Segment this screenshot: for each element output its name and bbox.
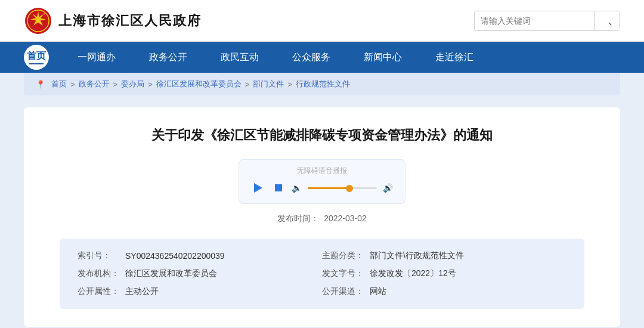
info-val-suoyinhao: SY0024362540202200039	[125, 251, 225, 261]
logo-text: 上海市徐汇区人民政府	[58, 12, 202, 30]
main-card: 关于印发《徐汇区节能减排降碳专项资金管理办法》的通知 无障碍语音播报 🔈	[24, 107, 620, 327]
audio-slider[interactable]	[308, 187, 377, 189]
nav-item-gzfw[interactable]: 公众服务	[275, 42, 347, 73]
nav-home[interactable]: 首页	[24, 45, 49, 70]
slider-thumb	[346, 185, 353, 192]
breadcrumb-committee[interactable]: 徐汇区发展和改革委员会	[156, 79, 242, 89]
info-row-fabujigou: 发布机构： 徐汇区发展和改革委员会	[78, 268, 322, 279]
nav-item-zjxh[interactable]: 走近徐汇	[419, 42, 490, 73]
info-key-fabujigou: 发布机构：	[78, 268, 125, 279]
slider-fill	[308, 187, 349, 189]
nav-home-underline	[29, 63, 44, 64]
info-val-fabujigou: 徐汇区发展和改革委员会	[125, 268, 217, 279]
location-icon: 📍	[36, 80, 45, 89]
audio-player: 无障碍语音播报 🔈 🔊	[239, 159, 405, 204]
slider-track	[308, 187, 377, 189]
info-card: 索引号： SY0024362540202200039 主题分类： 部门文件\行政…	[60, 239, 584, 309]
info-val-fawenzihao: 徐发改发〔2022〕12号	[370, 268, 456, 279]
audio-controls: 🔈 🔊	[251, 181, 393, 195]
search-input[interactable]	[475, 11, 594, 30]
play-button[interactable]	[251, 181, 265, 195]
nav-item-ywtb[interactable]: 一网通办	[61, 42, 132, 73]
breadcrumb-zwgk[interactable]: 政务公开	[79, 79, 110, 89]
volume-high-icon: 🔊	[383, 183, 393, 193]
main-nav: 首页 一网通办 政务公开 政民互动 公众服务 新闻中心 走近徐汇	[0, 42, 644, 73]
nav-item-zwgk[interactable]: 政务公开	[132, 42, 204, 73]
article-title: 关于印发《徐汇区节能减排降碳专项资金管理办法》的通知	[60, 125, 584, 145]
nav-home-label: 首页	[27, 50, 46, 63]
info-key-gongkaiqudao: 公开渠道：	[322, 286, 370, 297]
info-val-gongkaiqudao: 网站	[370, 286, 386, 297]
publish-label: 发布时间：	[277, 213, 319, 223]
info-key-suoyinhao: 索引号：	[78, 250, 125, 261]
info-row-gongkaishuxing: 公开属性： 主动公开	[78, 286, 322, 297]
info-row-gongkaiqudao: 公开渠道： 网站	[322, 286, 566, 297]
search-button[interactable]	[594, 11, 620, 30]
publish-date: 2022-03-02	[324, 213, 367, 223]
breadcrumb-bmwj[interactable]: 部门文件	[253, 79, 284, 89]
info-key-gongkaishuxing: 公开属性：	[78, 286, 125, 297]
nav-item-xwzx[interactable]: 新闻中心	[347, 42, 419, 73]
audio-label: 无障碍语音播报	[251, 166, 393, 176]
logo: 上海市徐汇区人民政府	[24, 7, 202, 35]
info-val-gongkaishuxing: 主动公开	[125, 286, 159, 297]
play-icon	[254, 183, 262, 193]
content-wrapper: 📍 首页 > 政务公开 > 委办局 > 徐汇区发展和改革委员会 > 部门文件 >…	[0, 73, 644, 328]
stop-button[interactable]	[271, 181, 286, 195]
search-bar[interactable]	[474, 11, 620, 31]
volume-low-icon: 🔈	[292, 183, 302, 193]
info-row-zhutifenlei: 主题分类： 部门文件\行政规范性文件	[322, 250, 566, 261]
breadcrumb: 📍 首页 > 政务公开 > 委办局 > 徐汇区发展和改革委员会 > 部门文件 >…	[24, 73, 620, 95]
info-row-suoyinhao: 索引号： SY0024362540202200039	[78, 250, 322, 261]
publish-time: 发布时间： 2022-03-02	[60, 213, 584, 224]
info-row-fawenzihao: 发文字号： 徐发改发〔2022〕12号	[322, 268, 566, 279]
info-key-fawenzihao: 发文字号：	[322, 268, 370, 279]
search-icon	[602, 16, 612, 26]
breadcrumb-current[interactable]: 行政规范性文件	[296, 79, 350, 89]
government-emblem	[24, 7, 52, 35]
info-key-zhutifenlei: 主题分类：	[322, 250, 370, 261]
header: 上海市徐汇区人民政府	[0, 0, 644, 42]
stop-icon	[275, 184, 282, 191]
breadcrumb-wbj[interactable]: 委办局	[121, 79, 144, 89]
breadcrumb-home[interactable]: 首页	[51, 79, 67, 89]
info-val-zhutifenlei: 部门文件\行政规范性文件	[370, 250, 464, 261]
nav-item-zmhd[interactable]: 政民互动	[204, 42, 275, 73]
